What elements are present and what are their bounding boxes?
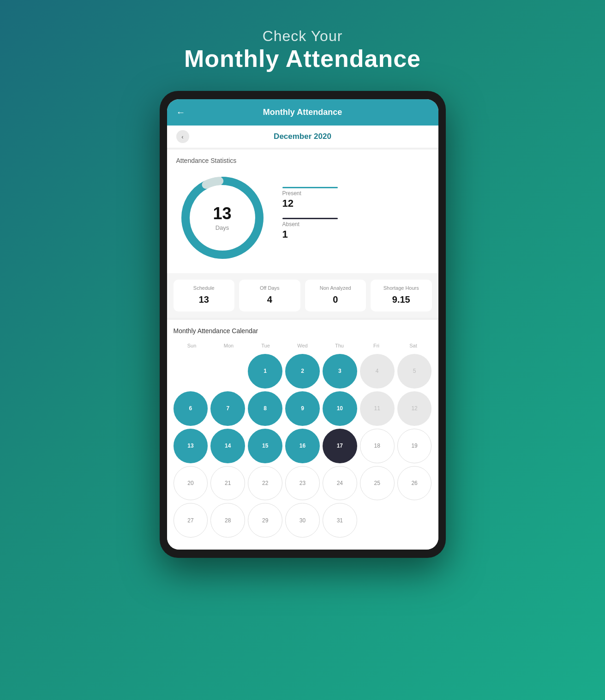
- calendar-day-header: Tue: [247, 341, 284, 350]
- tablet-screen: ← Monthly Attendance ‹ December 2020 Att…: [167, 99, 438, 550]
- stat-label: Schedule: [178, 285, 230, 291]
- absent-legend-item: Absent 1: [282, 218, 429, 240]
- present-value: 12: [282, 197, 429, 209]
- calendar-day[interactable]: 15: [248, 429, 282, 463]
- attendance-statistics-card: Attendance Statistics 13: [167, 150, 438, 273]
- calendar-day[interactable]: 5: [397, 354, 432, 389]
- calendar-day[interactable]: 26: [397, 466, 432, 501]
- calendar-day-header: Sat: [395, 341, 432, 350]
- calendar-day-header: Sun: [174, 341, 210, 350]
- calendar-day[interactable]: 6: [174, 391, 208, 426]
- calendar-day[interactable]: 10: [323, 391, 357, 426]
- calendar-week-row: 13141516171819: [174, 429, 432, 463]
- calendar-week-row: 6789101112: [174, 391, 432, 426]
- stats-card-title: Attendance Statistics: [176, 157, 429, 164]
- calendar-day: [360, 503, 395, 538]
- stat-box: Non Analyzed 0: [305, 280, 366, 311]
- calendar-day[interactable]: 8: [248, 391, 282, 426]
- calendar-day[interactable]: 3: [323, 354, 357, 389]
- calendar-day[interactable]: 23: [285, 466, 320, 501]
- stat-label: Shortage Hours: [375, 285, 427, 291]
- calendar-day[interactable]: 2: [285, 354, 320, 389]
- stat-box: Schedule 13: [174, 280, 235, 311]
- calendar-day[interactable]: 7: [210, 391, 245, 426]
- stat-box: Shortage Hours 9.15: [371, 280, 432, 311]
- page-subtitle: Check Your: [184, 28, 421, 45]
- absent-value: 1: [282, 228, 429, 240]
- calendar-day[interactable]: 12: [397, 391, 432, 426]
- stat-box: Off Days 4: [239, 280, 300, 311]
- calendar-day[interactable]: 22: [248, 466, 282, 501]
- stats-grid: Schedule 13 Off Days 4 Non Analyzed 0 Sh…: [167, 273, 438, 318]
- stat-value: 4: [244, 294, 296, 305]
- donut-days-number: 13: [213, 204, 231, 223]
- calendar-day[interactable]: 27: [174, 503, 208, 538]
- prev-month-button[interactable]: ‹: [176, 130, 189, 143]
- month-navigation: ‹ December 2020: [167, 126, 438, 148]
- calendar-day: [397, 503, 432, 538]
- calendar-day: [210, 354, 245, 389]
- calendar-week-row: 20212223242526: [174, 466, 432, 501]
- calendar-day[interactable]: 19: [397, 429, 432, 463]
- calendar-day[interactable]: 9: [285, 391, 320, 426]
- calendar-day[interactable]: 24: [323, 466, 357, 501]
- calendar-day-header: Mon: [210, 341, 247, 350]
- present-bar: [282, 187, 338, 188]
- calendar-day[interactable]: 11: [360, 391, 395, 426]
- donut-days-label: Days: [216, 224, 229, 231]
- calendar-grid: SunMonTueWedThuFriSat 123456789101112131…: [174, 341, 432, 538]
- calendar-day[interactable]: 1: [248, 354, 282, 389]
- stat-value: 9.15: [375, 294, 427, 305]
- page-header: Check Your Monthly Attendance: [184, 28, 421, 72]
- calendar-title: Monthly Attendance Calendar: [174, 327, 432, 335]
- stats-content: 13 Days Present 12 Absent 1: [176, 172, 429, 264]
- calendar-day[interactable]: 17: [323, 429, 357, 463]
- calendar-day[interactable]: 30: [285, 503, 320, 538]
- calendar-week-row: 2728293031: [174, 503, 432, 538]
- calendar-day[interactable]: 18: [360, 429, 395, 463]
- calendar-day[interactable]: 14: [210, 429, 245, 463]
- app-header: ← Monthly Attendance: [167, 99, 438, 126]
- stat-label: Off Days: [244, 285, 296, 291]
- calendar-day[interactable]: 4: [360, 354, 395, 389]
- absent-label: Absent: [282, 221, 429, 227]
- calendar-day[interactable]: 20: [174, 466, 208, 501]
- calendar-day[interactable]: 21: [210, 466, 245, 501]
- page-title: Monthly Attendance: [184, 45, 421, 72]
- calendar-day-header: Fri: [358, 341, 395, 350]
- calendar-day[interactable]: 13: [174, 429, 208, 463]
- calendar-header: SunMonTueWedThuFriSat: [174, 341, 432, 350]
- stat-value: 0: [310, 294, 362, 305]
- app-header-title: Monthly Attendance: [263, 108, 342, 117]
- calendar-day[interactable]: 25: [360, 466, 395, 501]
- tablet-frame: ← Monthly Attendance ‹ December 2020 Att…: [160, 91, 446, 558]
- current-month-label: December 2020: [274, 132, 331, 141]
- calendar-day[interactable]: 28: [210, 503, 245, 538]
- calendar-day[interactable]: 29: [248, 503, 282, 538]
- donut-chart: 13 Days: [176, 172, 269, 264]
- absent-bar: [282, 218, 338, 219]
- calendar-section: Monthly Attendance Calendar SunMonTueWed…: [167, 320, 438, 550]
- calendar-day[interactable]: 31: [323, 503, 357, 538]
- stats-legend: Present 12 Absent 1: [282, 187, 429, 249]
- present-legend-item: Present 12: [282, 187, 429, 209]
- back-button[interactable]: ←: [176, 107, 186, 118]
- calendar-day[interactable]: 16: [285, 429, 320, 463]
- calendar-day: [174, 354, 208, 389]
- stat-label: Non Analyzed: [310, 285, 362, 291]
- present-label: Present: [282, 190, 429, 197]
- donut-center: 13 Days: [213, 204, 231, 232]
- stat-value: 13: [178, 294, 230, 305]
- calendar-day-header: Thu: [321, 341, 358, 350]
- calendar-week-row: 12345: [174, 354, 432, 389]
- calendar-day-header: Wed: [284, 341, 321, 350]
